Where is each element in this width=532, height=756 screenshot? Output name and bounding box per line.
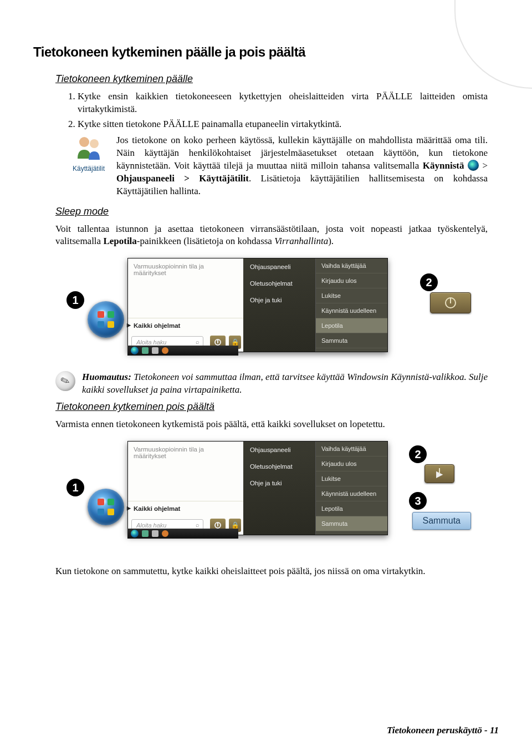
user-accounts-text: Jos tietokone on koko perheen käytössä, … xyxy=(116,134,488,198)
start-orb-icon xyxy=(468,160,479,171)
start-menu-power-pane: Vaihda käyttäjää Kirjaudu ulos Lukitse K… xyxy=(315,258,387,352)
sm-default-programs[interactable]: Oletusohjelmat xyxy=(243,458,315,475)
taskbar-icon[interactable] xyxy=(142,530,149,537)
final-paragraph: Kun tietokone on sammutettu, kytke kaikk… xyxy=(55,565,488,578)
sp-i1: Virranhallinta xyxy=(274,236,328,246)
step-1: Kytke ensin kaikkien tietokoneeseen kytk… xyxy=(78,90,488,116)
power-menu-expand-button[interactable]: ▶ xyxy=(424,464,454,483)
sp-p2: -painikkeen (lisätietoja on kohdassa xyxy=(137,236,274,246)
taskbar-firefox-icon[interactable] xyxy=(162,530,168,537)
callout-2b: 2 xyxy=(409,445,427,463)
sm-switch-user[interactable]: Vaihda käyttäjää xyxy=(316,442,387,456)
shutdown-button[interactable]: Sammuta xyxy=(412,512,471,530)
taskbar-icon[interactable] xyxy=(142,347,149,354)
callout-1b: 1 xyxy=(66,479,84,496)
power-on-steps: Kytke ensin kaikkien tietokoneeseen kytk… xyxy=(78,90,488,131)
page-footer: Tietokoneen peruskäyttö - 11 xyxy=(387,725,499,736)
sm-item-backup[interactable]: Varmuuskopioinnin tila ja määritykset xyxy=(128,258,243,280)
power-icon xyxy=(445,297,456,308)
svg-point-0 xyxy=(79,137,89,147)
sleep-mode-paragraph: Voit tallentaa istunnon ja asettaa tieto… xyxy=(55,223,488,248)
note-body: Tietokoneen voi sammuttaa ilman, että ta… xyxy=(82,372,488,395)
sm-help[interactable]: Ohje ja tuki xyxy=(243,292,315,308)
taskbar xyxy=(127,346,238,356)
svg-point-1 xyxy=(90,139,99,148)
sm-control-panel[interactable]: Ohjauspaneeli xyxy=(243,442,315,458)
taskbar xyxy=(127,529,238,539)
taskbar-icon[interactable] xyxy=(152,347,158,354)
subsection-power-off: Tietokoneen kytkeminen pois päältä xyxy=(55,401,499,413)
sm-logout[interactable]: Kirjaudu ulos xyxy=(316,456,387,471)
sm-shutdown[interactable]: Sammuta xyxy=(316,516,387,531)
arrow-right-icon: ▶ xyxy=(436,469,443,479)
sm-lock[interactable]: Lukitse xyxy=(316,288,387,303)
user-accounts-block: Käyttäjätilit Jos tietokone on koko perh… xyxy=(69,134,488,198)
sp-p3: ). xyxy=(328,236,334,246)
taskbar-start-icon[interactable] xyxy=(131,347,139,354)
sm-control-panel[interactable]: Ohjauspaneeli xyxy=(243,258,315,275)
sm-switch-user[interactable]: Vaihda käyttäjää xyxy=(316,258,387,273)
taskbar-icon[interactable] xyxy=(152,530,158,537)
note-icon xyxy=(55,371,75,391)
search-placeholder: Aloita haku xyxy=(136,522,166,529)
start-orb-button[interactable] xyxy=(88,489,124,525)
search-placeholder: Aloita haku xyxy=(136,339,166,346)
start-menu-mid-pane: Ohjauspaneeli Oletusohjelmat Ohje ja tuk… xyxy=(243,442,315,535)
sm-sleep[interactable]: Lepotila xyxy=(316,501,387,516)
sm-logout[interactable]: Kirjaudu ulos xyxy=(316,273,387,288)
start-menu-power-pane: Vaihda käyttäjää Kirjaudu ulos Lukitse K… xyxy=(315,442,387,535)
screenshot-shutdown: 1 Varmuuskopioinnin tila ja määritykset … xyxy=(72,441,460,552)
taskbar-firefox-icon[interactable] xyxy=(162,347,168,354)
note-block: Huomautus: Tietokoneen voi sammuttaa ilm… xyxy=(55,371,488,397)
sm-item-backup[interactable]: Varmuuskopioinnin tila ja määritykset xyxy=(128,442,243,463)
sp-b1: Lepotila xyxy=(103,236,136,246)
note-lead: Huomautus: xyxy=(82,372,131,382)
screenshot-sleep-mode: 1 Varmuuskopioinnin tila ja määritykset … xyxy=(72,258,460,358)
start-menu-left-pane: Varmuuskopioinnin tila ja määritykset Ka… xyxy=(128,258,243,352)
sm-restart[interactable]: Käynnistä uudelleen xyxy=(316,303,387,318)
ut-p2: > xyxy=(479,160,488,171)
callout-3: 3 xyxy=(409,492,427,510)
callout-2: 2 xyxy=(420,273,438,291)
users-icon xyxy=(73,134,104,161)
start-menu: Varmuuskopioinnin tila ja määritykset Ka… xyxy=(127,258,388,352)
ut-b1: Käynnistä xyxy=(423,160,468,171)
sm-all-programs[interactable]: Kaikki ohjelmat xyxy=(128,501,243,516)
start-menu-mid-pane: Ohjauspaneeli Oletusohjelmat Ohje ja tuk… xyxy=(243,258,315,352)
page-title: Tietokoneen kytkeminen päälle ja pois pä… xyxy=(33,44,499,60)
subsection-sleep-mode: Sleep mode xyxy=(55,206,499,217)
sm-all-programs[interactable]: Kaikki ohjelmat xyxy=(128,318,243,333)
power-off-intro: Varmista ennen tietokoneen kytkemistä po… xyxy=(55,418,488,431)
callout-1: 1 xyxy=(66,291,84,309)
ut-b2: Ohjauspaneeli > Käyttäjätilit xyxy=(116,173,249,184)
taskbar-start-icon[interactable] xyxy=(131,530,139,537)
start-menu: Varmuuskopioinnin tila ja määritykset Ka… xyxy=(127,441,388,535)
sm-restart[interactable]: Käynnistä uudelleen xyxy=(316,486,387,501)
step-2: Kytke sitten tietokone PÄÄLLE painamalla… xyxy=(78,118,488,131)
sm-shutdown[interactable]: Sammuta xyxy=(316,333,387,348)
sm-help[interactable]: Ohje ja tuki xyxy=(243,475,315,491)
start-orb-button[interactable] xyxy=(88,301,124,338)
sm-sleep[interactable]: Lepotila xyxy=(316,318,387,333)
user-accounts-caption: Käyttäjätilit xyxy=(69,165,109,172)
user-accounts-icon: Käyttäjätilit xyxy=(69,134,109,172)
sm-lock[interactable]: Lukitse xyxy=(316,471,387,486)
subsection-power-on: Tietokoneen kytkeminen päälle xyxy=(55,73,499,85)
sm-default-programs[interactable]: Oletusohjelmat xyxy=(243,275,315,292)
note-text: Huomautus: Tietokoneen voi sammuttaa ilm… xyxy=(82,371,488,397)
power-sleep-button[interactable] xyxy=(430,292,471,313)
start-menu-left-pane: Varmuuskopioinnin tila ja määritykset Ka… xyxy=(128,442,243,535)
